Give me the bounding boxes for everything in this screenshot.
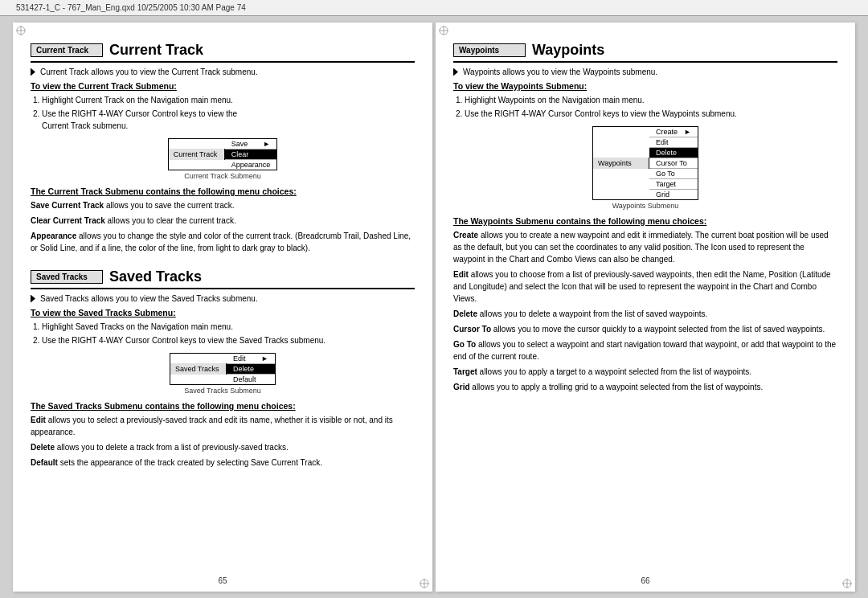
wp-submenu-delete: Delete	[649, 148, 698, 158]
current-track-label: Current Track	[31, 43, 103, 57]
reg-mark-bottom-right	[420, 579, 429, 588]
saved-tracks-header: Saved Tracks Saved Tracks	[31, 268, 415, 289]
current-track-to-view-heading: To view the Current Track Submenu:	[31, 81, 415, 91]
saved-tracks-step-1: Highlight Saved Tracks on the Navigation…	[42, 321, 415, 333]
waypoints-to-view-heading: To view the Waypoints Submenu:	[453, 81, 837, 91]
wp-grid-bold: Grid	[453, 383, 470, 391]
current-track-submenu-caption: Current Track Submenu	[184, 172, 261, 180]
waypoints-para-cursor-to: Cursor To allows you to move the cursor …	[453, 323, 837, 335]
waypoints-header: Waypoints Waypoints	[453, 42, 837, 63]
wp-goto-bold: Go To	[453, 340, 476, 349]
save-rest: allows you to save the current track.	[104, 201, 234, 210]
waypoints-para-go-to: Go To allows you to select a waypoint an…	[453, 338, 837, 362]
current-track-title: Current Track	[109, 42, 203, 59]
waypoints-submenu-box: Waypoints Create ► Edit Delete	[592, 126, 698, 200]
wp-submenu-edit: Edit	[649, 137, 698, 148]
st-default-bold: Default	[31, 458, 58, 467]
submenu-item-default: Default	[227, 375, 275, 384]
current-track-submenu-box: Current Track Save ► Clear Appearance	[168, 138, 278, 170]
saved-tracks-para-delete: Delete allows you to delete a track from…	[31, 441, 415, 453]
waypoints-step-1: Highlight Waypoints on the Navigation ma…	[465, 94, 837, 106]
st-delete-bold: Delete	[31, 443, 55, 452]
waypoints-submenu-diagram: Waypoints Create ► Edit Delete	[453, 126, 837, 210]
submenu-item-save: Save ►	[225, 139, 277, 150]
right-page-number: 66	[641, 576, 649, 585]
st-default-rest: sets the appearance of the track created…	[58, 458, 322, 467]
st-edit-bold: Edit	[31, 416, 46, 424]
current-track-submenu-items: Save ► Clear Appearance	[225, 139, 277, 170]
waypoints-para-grid: Grid allows you to apply a trolling grid…	[453, 381, 837, 393]
current-track-section: Current Track Current Track Current Trac…	[31, 42, 415, 254]
waypoints-arrow-text: Waypoints allows you to view the Waypoin…	[463, 68, 657, 76]
waypoints-steps: Highlight Waypoints on the Navigation ma…	[465, 94, 837, 120]
saved-tracks-submenu-label: Saved Tracks	[170, 363, 227, 375]
saved-tracks-submenu-diagram: Saved Tracks Edit ► Delete Default	[31, 353, 415, 395]
page-right: Waypoints Waypoints Waypoints allows you…	[436, 23, 855, 592]
saved-tracks-steps: Highlight Saved Tracks on the Navigation…	[42, 321, 415, 346]
left-page-number: 65	[218, 576, 227, 585]
current-track-para-clear: Clear Current Track allows you to clear …	[31, 215, 415, 227]
saved-tracks-to-view-heading: To view the Saved Tracks Submenu:	[31, 308, 415, 317]
wp-submenu-cursor-to: Cursor To	[649, 158, 698, 169]
current-track-step-2: Use the RIGHT 4-WAY Cursor Control keys …	[42, 108, 415, 132]
saved-tracks-title: Saved Tracks	[109, 268, 202, 285]
saved-tracks-para-edit: Edit allows you to select a previously-s…	[31, 414, 415, 438]
saved-tracks-submenu-box: Saved Tracks Edit ► Delete Default	[170, 353, 276, 385]
reg-mark-top-left	[16, 26, 26, 35]
current-track-submenu-label: Current Track	[169, 149, 225, 160]
submenu-item-appearance: Appearance	[225, 160, 277, 170]
file-header-text: 531427-1_C - 767_Man_Eng.qxd 10/25/2005 …	[16, 3, 246, 12]
clear-bold: Clear Current Track	[31, 216, 105, 225]
saved-tracks-para-default: Default sets the appearance of the track…	[31, 457, 415, 469]
waypoints-arrow-icon	[453, 68, 458, 76]
waypoints-para-create: Create allows you to create a new waypoi…	[453, 229, 837, 265]
current-track-para-save: Save Current Track allows you to save th…	[31, 199, 415, 211]
save-bold: Save Current Track	[31, 201, 104, 210]
waypoints-step-2: Use the RIGHT 4-WAY Cursor Control keys …	[465, 108, 837, 120]
saved-tracks-arrow-row: Saved Tracks allows you to view the Save…	[31, 294, 415, 303]
current-track-arrow-row: Current Track allows you to view the Cur…	[31, 68, 415, 76]
waypoints-submenu-label: Waypoints	[593, 158, 649, 169]
page-left: Current Track Current Track Current Trac…	[13, 23, 432, 592]
st-delete-rest: allows you to delete a track from a list…	[55, 443, 289, 452]
waypoints-para-delete: Delete allows you to delete a waypoint f…	[453, 308, 837, 320]
file-header: 531427-1_C - 767_Man_Eng.qxd 10/25/2005 …	[0, 0, 868, 16]
saved-tracks-arrow-icon	[31, 295, 35, 303]
wp-target-bold: Target	[453, 367, 477, 376]
current-track-content-heading: The Current Track Submenu contains the f…	[31, 186, 415, 196]
saved-tracks-step-2: Use the RIGHT 4-WAY Cursor Control keys …	[42, 334, 415, 346]
current-track-header: Current Track Current Track	[31, 42, 415, 63]
wp-submenu-grid: Grid	[649, 190, 698, 199]
saved-tracks-content-heading: The Saved Tracks Submenu contains the fo…	[31, 401, 415, 411]
clear-rest: allows you to clear the current track.	[105, 216, 236, 225]
waypoints-label: Waypoints	[453, 43, 526, 57]
saved-tracks-submenu-items: Edit ► Delete Default	[227, 354, 275, 384]
saved-tracks-submenu-caption: Saved Tracks Submenu	[184, 387, 261, 395]
current-track-para-appearance: Appearance allows you to change the styl…	[31, 230, 415, 254]
saved-tracks-section: Saved Tracks Saved Tracks Saved Tracks a…	[31, 268, 415, 469]
current-track-arrow-icon	[31, 68, 35, 76]
submenu-item-delete: Delete	[227, 364, 275, 375]
current-track-step-1: Highlight Current Track on the Navigatio…	[42, 94, 415, 106]
reg-mark-bottom-right-r	[842, 579, 852, 588]
waypoints-submenu-items: Create ► Edit Delete Cursor To	[649, 127, 698, 199]
waypoints-submenu-caption: Waypoints Submenu	[612, 202, 679, 210]
wp-submenu-target: Target	[649, 179, 698, 190]
submenu-item-edit: Edit ►	[227, 354, 275, 364]
current-track-steps: Highlight Current Track on the Navigatio…	[42, 94, 415, 132]
wp-delete-bold: Delete	[453, 309, 477, 318]
waypoints-para-edit: Edit allows you to choose from a list of…	[453, 268, 837, 305]
wp-submenu-go-to: Go To	[649, 169, 698, 179]
wp-grid-rest: allows you to apply a trolling grid to a…	[470, 383, 764, 391]
wp-edit-bold: Edit	[453, 270, 469, 279]
wp-target-rest: allows you to apply a target to a waypoi…	[477, 367, 751, 376]
wp-goto-rest: allows you to select a waypoint and star…	[453, 340, 836, 361]
waypoints-section: Waypoints Waypoints Waypoints allows you…	[453, 42, 837, 393]
appearance-bold: Appearance	[31, 231, 76, 240]
waypoints-title: Waypoints	[532, 42, 604, 59]
wp-edit-rest: allows you to choose from a list of prev…	[453, 270, 831, 303]
saved-tracks-arrow-text: Saved Tracks allows you to view the Save…	[40, 294, 258, 303]
appearance-rest: allows you to change the style and color…	[31, 231, 411, 252]
wp-delete-rest: allows you to delete a waypoint from the…	[477, 309, 707, 318]
waypoints-content-heading: The Waypoints Submenu contains the follo…	[453, 216, 837, 226]
